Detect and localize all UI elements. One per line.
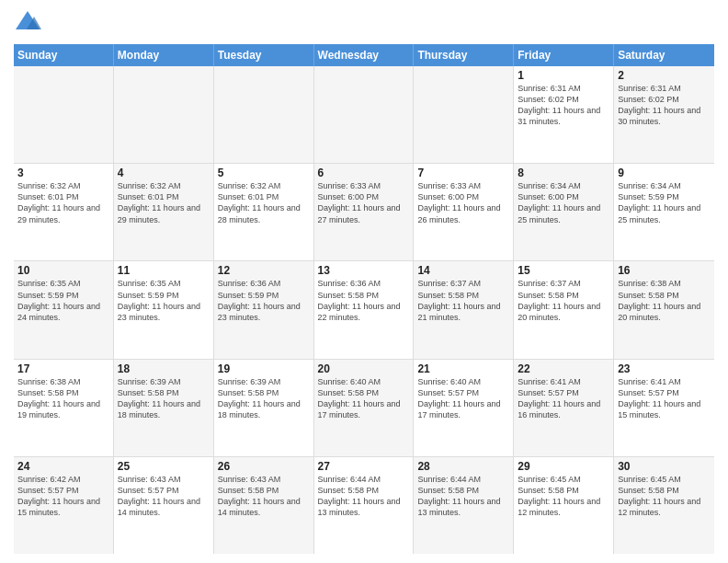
calendar-header: SundayMondayTuesdayWednesdayThursdayFrid… xyxy=(14,44,714,66)
day-info: Sunrise: 6:39 AM Sunset: 5:58 PM Dayligh… xyxy=(118,376,210,421)
day-number: 21 xyxy=(417,362,509,375)
day-number: 7 xyxy=(417,167,509,179)
calendar-cell: 25Sunrise: 6:43 AM Sunset: 5:57 PM Dayli… xyxy=(114,457,214,554)
day-number: 14 xyxy=(417,264,509,277)
day-number: 11 xyxy=(118,264,210,277)
calendar-cell: 3Sunrise: 6:32 AM Sunset: 6:01 PM Daylig… xyxy=(14,164,114,260)
day-info: Sunrise: 6:32 AM Sunset: 6:01 PM Dayligh… xyxy=(218,180,310,225)
day-number: 2 xyxy=(618,69,711,82)
weekday-header: Saturday xyxy=(614,44,714,66)
calendar-row: 17Sunrise: 6:38 AM Sunset: 5:58 PM Dayli… xyxy=(14,360,714,457)
calendar-cell: 29Sunrise: 6:45 AM Sunset: 5:58 PM Dayli… xyxy=(514,457,614,554)
day-info: Sunrise: 6:41 AM Sunset: 5:57 PM Dayligh… xyxy=(518,376,609,421)
day-number: 10 xyxy=(17,264,109,277)
calendar-row: 10Sunrise: 6:35 AM Sunset: 5:59 PM Dayli… xyxy=(14,261,714,359)
day-number: 26 xyxy=(218,460,310,473)
day-info: Sunrise: 6:37 AM Sunset: 5:58 PM Dayligh… xyxy=(417,278,509,323)
day-info: Sunrise: 6:36 AM Sunset: 5:58 PM Dayligh… xyxy=(318,278,410,323)
calendar-cell: 12Sunrise: 6:36 AM Sunset: 5:59 PM Dayli… xyxy=(214,261,314,358)
day-number: 15 xyxy=(518,264,609,277)
day-number: 29 xyxy=(518,460,609,473)
calendar-cell: 17Sunrise: 6:38 AM Sunset: 5:58 PM Dayli… xyxy=(14,360,114,456)
day-number: 5 xyxy=(218,167,310,179)
day-info: Sunrise: 6:42 AM Sunset: 5:57 PM Dayligh… xyxy=(17,474,109,519)
calendar-cell: 19Sunrise: 6:39 AM Sunset: 5:58 PM Dayli… xyxy=(214,360,314,456)
day-number: 25 xyxy=(118,460,210,473)
calendar-cell: 15Sunrise: 6:37 AM Sunset: 5:58 PM Dayli… xyxy=(514,261,614,358)
calendar-cell: 8Sunrise: 6:34 AM Sunset: 6:00 PM Daylig… xyxy=(514,164,614,260)
calendar-cell: 20Sunrise: 6:40 AM Sunset: 5:58 PM Dayli… xyxy=(314,360,415,456)
day-info: Sunrise: 6:31 AM Sunset: 6:02 PM Dayligh… xyxy=(518,83,609,128)
calendar-cell: 11Sunrise: 6:35 AM Sunset: 5:59 PM Dayli… xyxy=(114,261,214,358)
day-info: Sunrise: 6:40 AM Sunset: 5:57 PM Dayligh… xyxy=(417,376,509,421)
day-info: Sunrise: 6:39 AM Sunset: 5:58 PM Dayligh… xyxy=(218,376,310,421)
calendar-cell: 4Sunrise: 6:32 AM Sunset: 6:01 PM Daylig… xyxy=(114,164,214,260)
day-number: 9 xyxy=(618,167,711,179)
day-info: Sunrise: 6:34 AM Sunset: 6:00 PM Dayligh… xyxy=(518,180,609,225)
calendar-cell: 1Sunrise: 6:31 AM Sunset: 6:02 PM Daylig… xyxy=(514,66,614,163)
calendar-cell: 24Sunrise: 6:42 AM Sunset: 5:57 PM Dayli… xyxy=(14,457,114,554)
header xyxy=(14,9,714,37)
day-info: Sunrise: 6:44 AM Sunset: 5:58 PM Dayligh… xyxy=(417,474,509,519)
calendar: SundayMondayTuesdayWednesdayThursdayFrid… xyxy=(14,44,714,554)
weekday-header: Wednesday xyxy=(314,44,415,66)
day-number: 8 xyxy=(518,167,609,179)
calendar-cell xyxy=(114,66,214,163)
calendar-cell: 26Sunrise: 6:43 AM Sunset: 5:58 PM Dayli… xyxy=(214,457,314,554)
calendar-cell xyxy=(314,66,415,163)
calendar-cell: 6Sunrise: 6:33 AM Sunset: 6:00 PM Daylig… xyxy=(314,164,415,260)
day-number: 19 xyxy=(218,362,310,375)
calendar-cell: 14Sunrise: 6:37 AM Sunset: 5:58 PM Dayli… xyxy=(414,261,514,358)
day-number: 6 xyxy=(318,167,410,179)
day-info: Sunrise: 6:38 AM Sunset: 5:58 PM Dayligh… xyxy=(618,278,711,323)
calendar-cell: 9Sunrise: 6:34 AM Sunset: 5:59 PM Daylig… xyxy=(614,164,714,260)
day-info: Sunrise: 6:35 AM Sunset: 5:59 PM Dayligh… xyxy=(17,278,109,323)
calendar-cell: 2Sunrise: 6:31 AM Sunset: 6:02 PM Daylig… xyxy=(614,66,714,163)
calendar-row: 1Sunrise: 6:31 AM Sunset: 6:02 PM Daylig… xyxy=(14,66,714,164)
day-number: 27 xyxy=(318,460,410,473)
day-info: Sunrise: 6:32 AM Sunset: 6:01 PM Dayligh… xyxy=(17,180,109,225)
day-info: Sunrise: 6:43 AM Sunset: 5:58 PM Dayligh… xyxy=(218,474,310,519)
calendar-cell: 7Sunrise: 6:33 AM Sunset: 6:00 PM Daylig… xyxy=(414,164,514,260)
calendar-cell: 27Sunrise: 6:44 AM Sunset: 5:58 PM Dayli… xyxy=(314,457,415,554)
day-info: Sunrise: 6:44 AM Sunset: 5:58 PM Dayligh… xyxy=(318,474,410,519)
day-info: Sunrise: 6:43 AM Sunset: 5:57 PM Dayligh… xyxy=(118,474,210,519)
calendar-cell: 5Sunrise: 6:32 AM Sunset: 6:01 PM Daylig… xyxy=(214,164,314,260)
calendar-cell: 28Sunrise: 6:44 AM Sunset: 5:58 PM Dayli… xyxy=(414,457,514,554)
day-number: 1 xyxy=(518,69,609,82)
day-number: 13 xyxy=(318,264,410,277)
calendar-cell: 10Sunrise: 6:35 AM Sunset: 5:59 PM Dayli… xyxy=(14,261,114,358)
day-info: Sunrise: 6:40 AM Sunset: 5:58 PM Dayligh… xyxy=(318,376,410,421)
day-info: Sunrise: 6:32 AM Sunset: 6:01 PM Dayligh… xyxy=(118,180,210,225)
day-info: Sunrise: 6:31 AM Sunset: 6:02 PM Dayligh… xyxy=(618,83,711,128)
day-info: Sunrise: 6:45 AM Sunset: 5:58 PM Dayligh… xyxy=(618,474,711,519)
weekday-header: Friday xyxy=(514,44,614,66)
day-number: 24 xyxy=(17,460,109,473)
day-info: Sunrise: 6:33 AM Sunset: 6:00 PM Dayligh… xyxy=(417,180,509,225)
day-info: Sunrise: 6:45 AM Sunset: 5:58 PM Dayligh… xyxy=(518,474,609,519)
calendar-cell: 30Sunrise: 6:45 AM Sunset: 5:58 PM Dayli… xyxy=(614,457,714,554)
day-info: Sunrise: 6:38 AM Sunset: 5:58 PM Dayligh… xyxy=(17,376,109,421)
calendar-body: 1Sunrise: 6:31 AM Sunset: 6:02 PM Daylig… xyxy=(14,66,714,554)
day-number: 30 xyxy=(618,460,711,473)
calendar-cell: 23Sunrise: 6:41 AM Sunset: 5:57 PM Dayli… xyxy=(614,360,714,456)
logo xyxy=(14,9,44,37)
calendar-cell: 16Sunrise: 6:38 AM Sunset: 5:58 PM Dayli… xyxy=(614,261,714,358)
calendar-row: 24Sunrise: 6:42 AM Sunset: 5:57 PM Dayli… xyxy=(14,457,714,554)
day-number: 16 xyxy=(618,264,711,277)
page: SundayMondayTuesdayWednesdayThursdayFrid… xyxy=(0,0,728,563)
calendar-cell: 13Sunrise: 6:36 AM Sunset: 5:58 PM Dayli… xyxy=(314,261,415,358)
day-number: 17 xyxy=(17,362,109,375)
logo-icon xyxy=(14,9,41,37)
day-number: 12 xyxy=(218,264,310,277)
weekday-header: Tuesday xyxy=(214,44,314,66)
calendar-cell xyxy=(414,66,514,163)
day-info: Sunrise: 6:36 AM Sunset: 5:59 PM Dayligh… xyxy=(218,278,310,323)
day-number: 4 xyxy=(118,167,210,179)
day-number: 28 xyxy=(417,460,509,473)
day-info: Sunrise: 6:34 AM Sunset: 5:59 PM Dayligh… xyxy=(618,180,711,225)
calendar-cell: 21Sunrise: 6:40 AM Sunset: 5:57 PM Dayli… xyxy=(414,360,514,456)
calendar-cell: 18Sunrise: 6:39 AM Sunset: 5:58 PM Dayli… xyxy=(114,360,214,456)
day-info: Sunrise: 6:35 AM Sunset: 5:59 PM Dayligh… xyxy=(118,278,210,323)
day-number: 3 xyxy=(17,167,109,179)
